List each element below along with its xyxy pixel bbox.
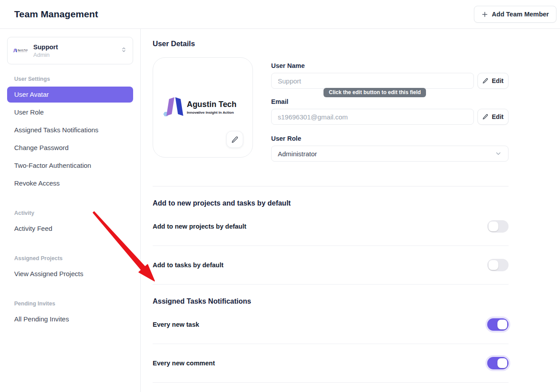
every-new-task-toggle[interactable]	[487, 318, 509, 331]
user-selector[interactable]: Agustin Tech Innovative Insight In Actio…	[7, 37, 133, 64]
user-details-heading: User Details	[153, 40, 509, 48]
company-logo-small: Agustin Tech Innovative Insight In Actio…	[13, 48, 29, 53]
toggle-knob	[497, 358, 507, 368]
add-team-member-label: Add Team Member	[492, 11, 549, 18]
add-to-tasks-toggle[interactable]	[487, 259, 509, 271]
sidebar-item-user-avatar[interactable]: User Avatar	[7, 87, 133, 103]
edit-tooltip: Click the edit button to edit this field	[323, 88, 426, 97]
toggle-row-every-new-comment: Every new comment	[153, 344, 509, 382]
toggle-knob	[497, 320, 507, 329]
user-fields: Click the edit button to edit this field…	[271, 57, 509, 162]
user-role-label: User Role	[271, 135, 509, 142]
pencil-icon	[482, 78, 489, 84]
svg-text:Innovative Insight In Action: Innovative Insight In Action	[187, 111, 234, 115]
sidebar-section-pending-invites: Pending Invites	[7, 301, 133, 307]
sidebar-item-two-factor-authentication[interactable]: Two-Factor Authentication	[7, 158, 133, 174]
company-logo: Agustin Tech Innovative Insight In Actio…	[163, 96, 243, 119]
toggle-knob	[489, 260, 498, 270]
edit-button-label: Edit	[492, 113, 503, 120]
sidebar-item-activity-feed[interactable]: Activity Feed	[7, 221, 133, 237]
user-name-label: User Name	[271, 62, 509, 69]
every-new-comment-toggle[interactable]	[487, 357, 509, 369]
add-to-projects-toggle[interactable]	[487, 220, 509, 233]
add-team-member-button[interactable]: Add Team Member	[474, 6, 556, 23]
selected-user-role: Admin	[33, 51, 116, 58]
sidebar-item-change-password[interactable]: Change Password	[7, 140, 133, 156]
sidebar-item-revoke-access[interactable]: Revoke Access	[7, 175, 133, 191]
sidebar-item-assigned-tasks-notifications[interactable]: Assigned Tasks Notifications	[7, 122, 133, 138]
sidebar-section-assigned-projects: Assigned Projects	[7, 255, 133, 261]
email-input	[271, 109, 474, 125]
svg-text:Agustin Tech: Agustin Tech	[187, 99, 237, 109]
toggle-knob	[489, 222, 498, 231]
pencil-icon	[231, 136, 239, 143]
user-role-value: Administrator	[278, 150, 317, 158]
edit-button-label: Edit	[492, 77, 503, 84]
section-divider	[153, 284, 509, 285]
page-title: Team Management	[14, 9, 98, 20]
section-divider	[153, 186, 509, 186]
toggle-label: Add to tasks by default	[153, 261, 224, 269]
main-panel: User Details Agustin Tech Innovative Ins…	[141, 29, 560, 392]
svg-text:Agustin Tech: Agustin Tech	[18, 49, 28, 51]
toggle-row-add-to-projects: Add to new projects by default	[153, 207, 509, 245]
chevron-up-down-icon	[120, 46, 127, 55]
defaults-section-heading: Add to new projects and tasks by default	[153, 199, 509, 207]
toggle-label: Every new comment	[153, 360, 215, 367]
avatar-edit-button[interactable]	[226, 131, 243, 148]
user-name-edit-button[interactable]: Edit	[477, 73, 509, 89]
toggle-row-add-to-tasks: Add to tasks by default	[153, 245, 509, 284]
selected-user-name: Support	[33, 44, 116, 51]
sidebar-item-view-assigned-projects[interactable]: View Assigned Projects	[7, 266, 133, 282]
sidebar-item-user-role[interactable]: User Role	[7, 104, 133, 120]
email-edit-button[interactable]: Edit	[477, 109, 509, 125]
user-avatar-card: Agustin Tech Innovative Insight In Actio…	[153, 57, 253, 158]
sidebar-section-activity: Activity	[7, 210, 133, 216]
pencil-icon	[482, 114, 489, 120]
user-name-input	[271, 73, 474, 89]
sidebar-item-all-pending-invites[interactable]: All Pending Invites	[7, 311, 133, 327]
svg-text:Innovative Insight In Action: Innovative Insight In Action	[18, 51, 27, 52]
chevron-down-icon	[495, 150, 502, 157]
toggle-label: Every new task	[153, 321, 199, 328]
plus-icon	[481, 11, 488, 18]
email-label: Email	[271, 98, 509, 105]
sidebar: Agustin Tech Innovative Insight In Actio…	[0, 29, 141, 392]
user-selector-texts: Support Admin	[33, 44, 116, 58]
toggle-row-every-status-change: Every status change	[153, 382, 509, 392]
toggle-row-every-new-task: Every new task	[153, 305, 509, 344]
sidebar-section-user-settings: User Settings	[7, 76, 133, 82]
user-role-select[interactable]: Administrator	[271, 146, 509, 162]
toggle-label: Add to new projects by default	[153, 223, 246, 230]
notifications-section-heading: Assigned Tasks Notifications	[153, 297, 509, 305]
page-header: Team Management Add Team Member	[0, 0, 560, 29]
